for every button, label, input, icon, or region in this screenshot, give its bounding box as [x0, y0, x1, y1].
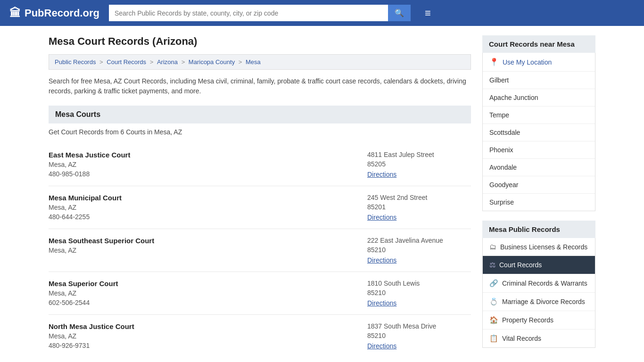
- record-icon: 🗂: [489, 243, 496, 251]
- court-name: East Mesa Justice Court: [49, 151, 130, 159]
- use-location-label: Use My Location: [503, 58, 552, 66]
- court-address: 4811 East Julep Street 85205 Directions: [367, 151, 471, 178]
- court-entry: Mesa Superior Court Mesa, AZ 602-506-254…: [49, 272, 471, 315]
- nearby-cities-list: 📍 Use My Location GilbertApache Junction…: [482, 53, 595, 211]
- court-entry: Mesa Municipal Court Mesa, AZ 480-644-22…: [49, 186, 471, 229]
- breadcrumb-maricopa[interactable]: Maricopa County: [189, 58, 235, 66]
- record-icon: 💍: [489, 297, 498, 306]
- court-address: 1837 South Mesa Drive 85210 Directions: [367, 322, 471, 350]
- court-city: Mesa, AZ: [49, 332, 134, 340]
- court-info: Mesa Superior Court Mesa, AZ 602-506-254…: [49, 280, 118, 307]
- address-street: 245 West 2nd Street: [367, 194, 471, 201]
- record-item[interactable]: 🏠 Property Records: [483, 311, 595, 329]
- menu-icon[interactable]: ≡: [425, 7, 431, 19]
- breadcrumb-court-records[interactable]: Court Records: [107, 58, 146, 66]
- content-area: Mesa Court Records (Arizona) Public Reco…: [49, 35, 471, 357]
- breadcrumb: Public Records > Court Records > Arizona…: [49, 54, 471, 70]
- court-entry: East Mesa Justice Court Mesa, AZ 480-985…: [49, 143, 471, 186]
- court-info: East Mesa Justice Court Mesa, AZ 480-985…: [49, 151, 130, 178]
- use-location-item[interactable]: 📍 Use My Location: [483, 53, 595, 72]
- nearby-city-item[interactable]: Avondale: [483, 159, 595, 176]
- nearby-city-item[interactable]: Gilbert: [483, 72, 595, 89]
- court-entry: Mesa Southeast Superior Court Mesa, AZ 2…: [49, 229, 471, 272]
- building-icon: 🏛: [9, 7, 21, 20]
- address-street: 1810 South Lewis: [367, 280, 471, 287]
- address-zip: 85210: [367, 289, 471, 296]
- court-phone: 602-506-2544: [49, 299, 118, 306]
- sidebar: Court Records near Mesa 📍 Use My Locatio…: [482, 35, 595, 357]
- record-label: Marriage & Divorce Records: [502, 298, 585, 305]
- courts-list: East Mesa Justice Court Mesa, AZ 480-985…: [49, 143, 471, 357]
- record-label: Business Licenses & Records: [500, 243, 587, 251]
- records-list: 🗂 Business Licenses & Records ⚖ Court Re…: [482, 238, 595, 348]
- record-label: Criminal Records & Warrants: [502, 280, 587, 287]
- main-container: Mesa Court Records (Arizona) Public Reco…: [39, 26, 605, 362]
- pin-icon: 📍: [489, 58, 499, 66]
- court-name: North Mesa Justice Court: [49, 322, 134, 330]
- directions-link[interactable]: Directions: [367, 214, 396, 221]
- nearby-city-item[interactable]: Goodyear: [483, 176, 595, 194]
- record-item[interactable]: 📋 Vital Records: [483, 329, 595, 347]
- search-icon: 🔍: [395, 9, 404, 17]
- site-header: 🏛 PubRecord.org 🔍 ≡: [0, 0, 644, 26]
- record-item[interactable]: 🔗 Criminal Records & Warrants: [483, 274, 595, 293]
- court-entry: North Mesa Justice Court Mesa, AZ 480-92…: [49, 315, 471, 357]
- site-logo[interactable]: 🏛 PubRecord.org: [9, 7, 99, 20]
- address-zip: 85210: [367, 332, 471, 339]
- record-icon: 🔗: [489, 279, 498, 288]
- section-title: Mesa Courts: [49, 106, 471, 123]
- court-phone: 480-644-2255: [49, 213, 122, 221]
- court-address: 245 West 2nd Street 85201 Directions: [367, 194, 471, 221]
- address-street: 4811 East Julep Street: [367, 151, 471, 158]
- court-city: Mesa, AZ: [49, 161, 130, 168]
- breadcrumb-mesa[interactable]: Mesa: [246, 58, 261, 66]
- page-description: Search for free Mesa, AZ Court Records, …: [49, 76, 471, 96]
- court-phone: 480-985-0188: [49, 170, 130, 178]
- address-street: 222 East Javelina Avenue: [367, 237, 471, 244]
- record-item[interactable]: 💍 Marriage & Divorce Records: [483, 293, 595, 311]
- court-city: Mesa, AZ: [49, 247, 154, 254]
- court-name: Mesa Municipal Court: [49, 194, 122, 202]
- record-label: Court Records: [499, 261, 542, 269]
- address-zip: 85205: [367, 160, 471, 168]
- record-label: Vital Records: [502, 335, 541, 342]
- directions-link[interactable]: Directions: [367, 342, 396, 350]
- directions-link[interactable]: Directions: [367, 299, 396, 307]
- nearby-city-item[interactable]: Apache Junction: [483, 89, 595, 107]
- court-city: Mesa, AZ: [49, 289, 118, 297]
- court-address: 222 East Javelina Avenue 85210 Direction…: [367, 237, 471, 264]
- nearby-city-item[interactable]: Surprise: [483, 194, 595, 211]
- record-item[interactable]: 🗂 Business Licenses & Records: [483, 238, 595, 256]
- breadcrumb-arizona[interactable]: Arizona: [157, 58, 178, 66]
- nearby-city-item[interactable]: Scottsdale: [483, 124, 595, 141]
- court-name: Mesa Superior Court: [49, 280, 118, 288]
- nearby-city-item[interactable]: Phoenix: [483, 141, 595, 159]
- record-label: Property Records: [502, 316, 553, 324]
- record-icon: 📋: [489, 334, 498, 343]
- record-icon: 🏠: [489, 316, 498, 324]
- court-phone: 480-926-9731: [49, 342, 134, 349]
- court-name: Mesa Southeast Superior Court: [49, 237, 154, 245]
- court-info: Mesa Municipal Court Mesa, AZ 480-644-22…: [49, 194, 122, 221]
- address-street: 1837 South Mesa Drive: [367, 322, 471, 330]
- search-button[interactable]: 🔍: [388, 5, 411, 21]
- directions-link[interactable]: Directions: [367, 256, 396, 264]
- record-item[interactable]: ⚖ Court Records: [483, 256, 595, 274]
- public-records-title: Mesa Public Records: [482, 221, 595, 238]
- page-title: Mesa Court Records (Arizona): [49, 35, 471, 48]
- court-city: Mesa, AZ: [49, 204, 122, 211]
- court-address: 1810 South Lewis 85210 Directions: [367, 280, 471, 307]
- breadcrumb-public-records[interactable]: Public Records: [55, 58, 96, 66]
- nearby-title: Court Records near Mesa: [482, 35, 595, 53]
- nearby-city-item[interactable]: Tempe: [483, 107, 595, 124]
- address-zip: 85201: [367, 203, 471, 211]
- directions-link[interactable]: Directions: [367, 171, 396, 178]
- court-info: Mesa Southeast Superior Court Mesa, AZ: [49, 237, 154, 264]
- site-name: PubRecord.org: [25, 7, 99, 19]
- court-info: North Mesa Justice Court Mesa, AZ 480-92…: [49, 322, 134, 350]
- record-icon: ⚖: [489, 261, 495, 269]
- address-zip: 85210: [367, 246, 471, 254]
- search-input[interactable]: [109, 5, 388, 21]
- section-count: Get Court Records from 6 Courts in Mesa,…: [49, 128, 471, 136]
- search-bar: 🔍: [109, 5, 411, 21]
